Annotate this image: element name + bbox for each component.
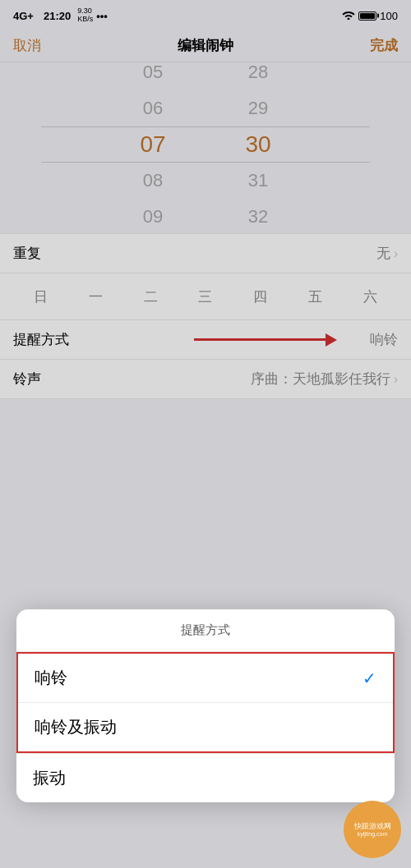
popup-overlay[interactable]: 提醒方式 响铃 ✓ 响铃及振动 振动 [0,0,411,868]
popup-option-ring-vibrate-label: 响铃及振动 [35,716,117,738]
popup-option-ring-vibrate[interactable]: 响铃及振动 [18,703,393,751]
popup-title: 提醒方式 [16,609,395,652]
popup-option-vibrate-label: 振动 [33,767,66,789]
checkmark-icon: ✓ [363,668,376,688]
selected-options-box: 响铃 ✓ 响铃及振动 [16,652,395,753]
watermark: 快眼游戏网 kyljting.com [344,801,401,858]
popup-option-ring[interactable]: 响铃 ✓ [18,654,393,703]
popup-option-vibrate[interactable]: 振动 [16,753,395,802]
popup-option-ring-label: 响铃 [35,667,67,689]
watermark-url: kyljting.com [358,831,388,837]
popup-sheet: 提醒方式 响铃 ✓ 响铃及振动 振动 [16,609,395,802]
watermark-text: 快眼游戏网 [354,822,391,832]
